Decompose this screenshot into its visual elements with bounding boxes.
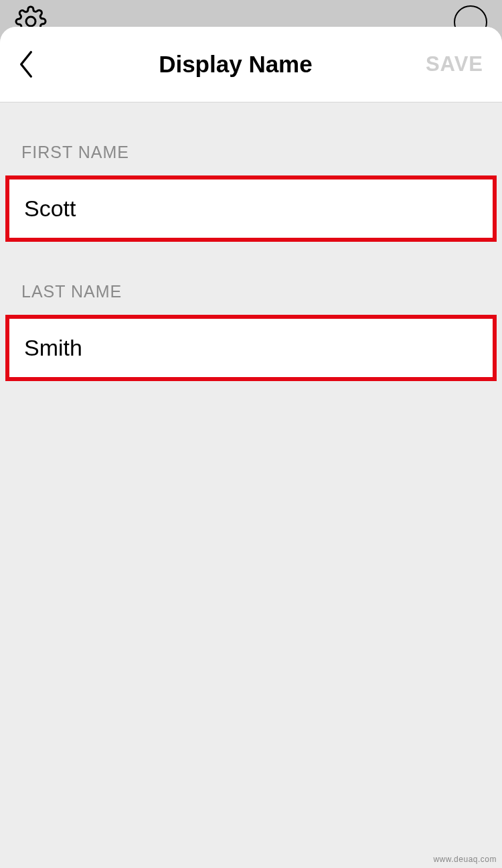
watermark-text: www.deuaq.com [433, 855, 497, 864]
save-button[interactable]: SAVE [426, 52, 483, 76]
last-name-input[interactable] [9, 319, 493, 377]
page-title: Display Name [46, 51, 426, 78]
last-name-highlight [5, 315, 497, 381]
back-button[interactable] [19, 44, 46, 84]
form-content: FIRST NAME LAST NAME [0, 102, 502, 381]
first-name-label: FIRST NAME [19, 143, 483, 162]
first-name-highlight [5, 175, 497, 242]
navigation-header: Display Name SAVE [0, 27, 502, 102]
first-name-group: FIRST NAME [19, 143, 483, 242]
last-name-group: LAST NAME [19, 282, 483, 381]
last-name-label: LAST NAME [19, 282, 483, 301]
first-name-input[interactable] [9, 179, 493, 238]
chevron-left-icon [19, 50, 33, 79]
modal-sheet: Display Name SAVE FIRST NAME LAST NAME [0, 27, 502, 868]
